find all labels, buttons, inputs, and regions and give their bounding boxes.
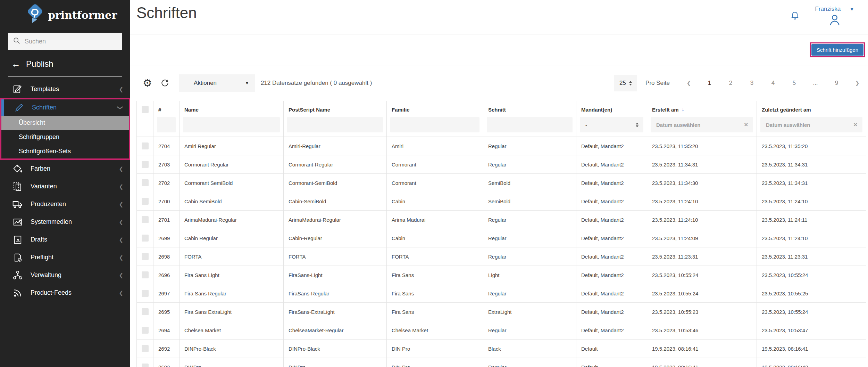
row-checkbox[interactable] [142,345,149,352]
column-erstellt-am[interactable]: Erstellt am ↓ Datum auswählen ✕ [647,101,757,137]
column-zuletzt-geaendert[interactable]: Zuletzt geändert am Datum auswählen ✕ [757,101,866,137]
filter-id-input[interactable] [157,117,176,132]
sidebar-item-farben[interactable]: Farben ❮ [0,160,130,178]
sidebar-subitem-schriftgruppen[interactable]: Schriftgruppen [1,130,129,144]
pagination-page-4[interactable]: 4 [762,80,784,87]
cell-schnitt: Regular [483,137,576,155]
row-checkbox[interactable] [142,364,149,367]
sidebar-item-drafts[interactable]: Drafts ❮ [0,231,130,248]
back-arrow-icon: ← [11,59,20,68]
clear-date-icon[interactable]: ✕ [744,122,748,128]
subitem-label: Übersicht [19,119,45,127]
row-checkbox[interactable] [142,179,149,186]
cell-schnitt: Regular [483,321,576,340]
toolbar-right: 25 Pro Seite ❮ 12345...9 ❯ [614,75,867,91]
cell-name: Fira Sans ExtraLight [180,303,284,321]
cell-familie: Cormorant [387,174,483,192]
cell-mandanten: Default, Mandant2 [576,137,647,155]
sidebar-item-produzenten[interactable]: Produzenten ❮ [0,195,130,213]
pagination-pages: 12345...9 [699,80,847,87]
filter-geaendert-date[interactable]: Datum auswählen ✕ [760,117,862,132]
table-body: 2704Amiri RegularAmiri-RegularAmiriRegul… [137,137,866,367]
cell-schnitt: Regular [483,284,576,303]
sidebar-item-preflight[interactable]: Preflight ❮ [0,248,130,266]
per-page-select[interactable]: 25 [614,75,637,91]
row-checkbox[interactable] [142,161,149,168]
filter-schnitt-input[interactable] [487,117,573,132]
row-checkbox[interactable] [142,253,149,260]
pagination-page-5[interactable]: 5 [784,80,805,87]
select-all-checkbox[interactable] [142,106,149,113]
sidebar-item-verwaltung[interactable]: Verwaltung ❮ [0,266,130,284]
row-select-cell [137,266,153,284]
cell-erstellt-am: 23.5.2023, 10:55:23 [647,303,757,321]
cell-id: 2695 [153,303,180,321]
pagination-page-9[interactable]: 9 [826,80,847,87]
back-to-publish[interactable]: ← Publish [0,50,130,69]
page-header: Schriften Franziska ▼ [130,0,868,34]
row-checkbox[interactable] [142,216,149,223]
row-checkbox[interactable] [142,142,149,149]
cell-zuletzt-geaendert: 19.5.2023, 08:16:41 [757,340,866,358]
notifications-bell-icon[interactable] [790,10,800,21]
column-postscript-name: PostScript Name [284,101,387,137]
actions-dropdown[interactable]: Aktionen ▼ [179,74,255,92]
cell-schnitt: Light [483,266,576,284]
search-input[interactable] [25,38,117,45]
cell-erstellt-am: 23.5.2023, 11:24:10 [647,192,757,211]
row-checkbox[interactable] [142,198,149,205]
sidebar-item-label: Systemmedien [31,218,72,226]
filter-mandant-select[interactable]: - [580,117,643,132]
cell-id: 2692 [153,340,180,358]
logo[interactable]: printformer [0,0,130,26]
row-checkbox[interactable] [142,327,149,334]
add-font-button[interactable]: Schrift hinzufügen [811,44,863,56]
main-content: Schriften Franziska ▼ Sc [130,0,868,367]
cell-postscript: DINPro-Black [284,340,387,358]
row-checkbox[interactable] [142,290,149,297]
filter-name-input[interactable] [183,117,280,132]
row-checkbox[interactable] [142,308,149,315]
table-row: 2701ArimaMadurai-RegularArimaMadurai-Reg… [137,211,866,229]
cell-familie: Cabin [387,229,483,247]
filter-erstellt-date[interactable]: Datum auswählen ✕ [651,117,753,132]
sidebar-item-templates[interactable]: Templates ❮ [0,80,130,98]
sidebar-item-systemmedien[interactable]: Systemmedien ❮ [0,213,130,231]
sidebar-item-product-feeds[interactable]: Product-Feeds ❮ [0,284,130,302]
cell-name: Cabin SemiBold [180,192,284,211]
settings-gear-icon[interactable]: ⚙ [143,78,152,88]
pagination-page-1[interactable]: 1 [699,80,720,87]
cell-postscript: FORTA [284,247,387,266]
cell-familie: Fira Sans [387,303,483,321]
sidebar-subitem-uebersicht[interactable]: Übersicht [1,116,129,130]
pagination-page-3[interactable]: 3 [741,80,762,87]
row-select-cell [137,247,153,266]
logo-text: printformer [48,9,117,21]
filter-familie-input[interactable] [390,117,479,132]
table-row: 2699Cabin RegularCabin-RegularCabinRegul… [137,229,866,247]
filter-postscript-input[interactable] [287,117,383,132]
cell-id: 2701 [153,211,180,229]
clear-date-icon[interactable]: ✕ [853,122,858,128]
document-check-icon [12,253,24,262]
cell-mandanten: Default, Mandant2 [576,303,647,321]
pages-icon [12,181,24,192]
pagination-page-2[interactable]: 2 [720,80,741,87]
sidebar-item-varianten[interactable]: Varianten ❮ [0,178,130,195]
user-menu[interactable]: Franziska ▼ [815,6,854,28]
cell-mandanten: Default, Mandant2 [576,174,647,192]
cell-postscript: ChelseaMarket-Regular [284,321,387,340]
pdf-icon [12,235,24,245]
refresh-icon[interactable] [160,79,169,88]
cell-zuletzt-geaendert: 19.5.2023, 08:16:42 [757,358,866,367]
sidebar-item-schriften[interactable]: Schriften ❮ [1,99,129,116]
templates-icon [12,84,24,95]
cell-postscript: Cabin-SemiBold [284,192,387,211]
pagination-next-icon[interactable]: ❯ [847,80,867,86]
table-row: 2704Amiri RegularAmiri-RegularAmiriRegul… [137,137,866,155]
cell-zuletzt-geaendert: 23.5.2023, 11:23:31 [757,247,866,266]
row-checkbox[interactable] [142,271,149,278]
pagination-prev-icon[interactable]: ❮ [679,80,699,86]
row-checkbox[interactable] [142,235,149,242]
sidebar-subitem-schriftgroessen-sets[interactable]: Schriftgrößen-Sets [1,144,129,158]
